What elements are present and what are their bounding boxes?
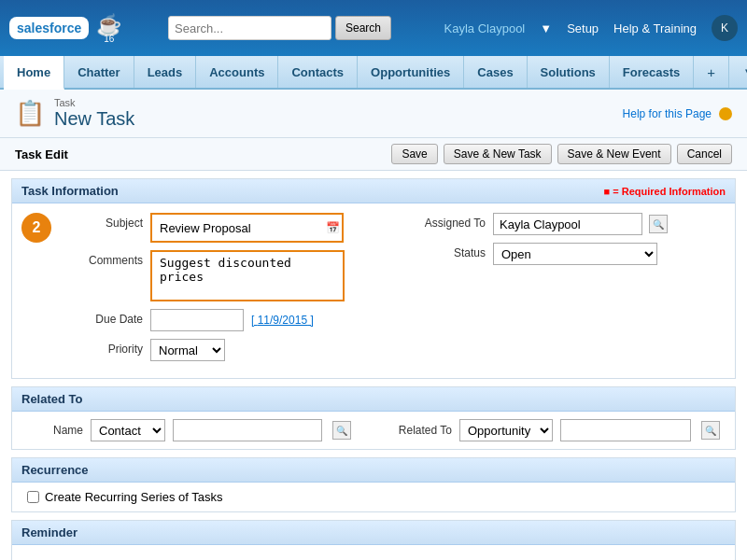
due-date-input[interactable]	[150, 309, 244, 331]
comments-row: Comments Suggest discounted prices	[66, 250, 383, 301]
nav-tab-leads[interactable]: Leads	[134, 56, 197, 88]
name-input[interactable]	[173, 419, 322, 441]
task-info-content: 2 Subject 📅 Comments	[12, 203, 735, 378]
comments-field-wrap: Suggest discounted prices	[150, 250, 345, 301]
related-type-select[interactable]: Opportunity Account Case	[459, 419, 553, 441]
reminder-content	[12, 545, 735, 560]
page-area: 📋 Task New Task Help for this Page Task …	[0, 90, 747, 560]
nav-tab-plus[interactable]: +	[694, 56, 729, 88]
right-column: Assigned To 🔍 Status Open In Progress	[409, 213, 726, 273]
search-button[interactable]: Search	[335, 16, 391, 40]
help-for-page-link[interactable]: Help for this Page	[623, 107, 712, 120]
step-badge: 2	[21, 213, 51, 243]
reminder-title: Reminder	[21, 525, 78, 539]
recurrence-content: Create Recurring Series of Tasks	[12, 483, 735, 511]
assigned-to-lookup-button[interactable]: 🔍	[649, 215, 668, 233]
reminder-header: Reminder	[12, 521, 735, 545]
left-column: Subject 📅 Comments Suggest discounted pr…	[66, 213, 402, 369]
required-note: ■ = Required Information	[604, 186, 726, 197]
subject-row: Subject 📅	[66, 213, 383, 243]
reminder-section: Reminder	[11, 520, 736, 560]
nav-bar: Home Chatter Leads Accounts Contacts Opp…	[0, 56, 747, 90]
recurrence-label: Create Recurring Series of Tasks	[45, 490, 223, 504]
related-lookup-button[interactable]: 🔍	[701, 421, 720, 440]
related-to-content: Name Contact Lead 🔍 Related To Opportuni…	[12, 412, 735, 449]
assigned-to-input[interactable]	[493, 213, 642, 235]
status-row: Status Open In Progress Completed Waitin…	[409, 243, 726, 265]
user-name[interactable]: Kayla Claypool	[444, 21, 526, 35]
task-info-inner: 2 Subject 📅 Comments	[21, 213, 726, 369]
assigned-to-wrap: 🔍	[493, 213, 668, 235]
priority-row: Priority Normal High Low	[66, 339, 383, 361]
badge-number: 16	[104, 34, 114, 44]
related-to-label: Related To	[396, 424, 452, 437]
nav-tab-chatter[interactable]: Chatter	[64, 56, 134, 88]
cancel-button[interactable]: Cancel	[677, 144, 732, 164]
nav-tab-arrow[interactable]: ▼	[729, 56, 747, 88]
task-information-section: Task Information ■ = Required Informatio…	[11, 178, 736, 379]
search-input[interactable]	[168, 16, 331, 40]
setup-link[interactable]: Setup	[567, 21, 599, 35]
task-edit-bar: Task Edit Save Save & New Task Save & Ne…	[0, 138, 747, 171]
priority-wrap: Normal High Low	[150, 339, 225, 361]
user-avatar[interactable]: K	[712, 15, 738, 41]
related-value-input[interactable]	[560, 419, 691, 441]
due-date-wrap: [ 11/9/2015 ]	[150, 309, 314, 331]
related-to-section: Related To Name Contact Lead 🔍 Related T…	[11, 386, 736, 450]
subject-field-wrap: 📅	[150, 213, 344, 243]
nav-tab-contacts[interactable]: Contacts	[278, 56, 358, 88]
nav-tab-accounts[interactable]: Accounts	[196, 56, 278, 88]
assigned-to-label: Assigned To	[409, 213, 493, 230]
task-information-header: Task Information ■ = Required Informatio…	[12, 179, 735, 203]
priority-label: Priority	[66, 339, 150, 356]
recurrence-title: Recurrence	[21, 463, 89, 477]
comments-input[interactable]: Suggest discounted prices	[154, 254, 341, 295]
recurrence-header: Recurrence	[12, 458, 735, 483]
nav-tab-forecasts[interactable]: Forecasts	[610, 56, 694, 88]
salesforce-logo: salesforce	[9, 17, 89, 39]
help-icon	[719, 107, 732, 120]
page-title-left: 📋 Task New Task	[15, 97, 134, 130]
breadcrumb: Task	[54, 97, 134, 108]
assigned-to-row: Assigned To 🔍	[409, 213, 726, 235]
status-label: Status	[409, 243, 493, 259]
save-new-event-button[interactable]: Save & New Event	[557, 144, 671, 164]
subject-input[interactable]	[154, 217, 322, 239]
name-label: Name	[27, 424, 83, 437]
date-picker-link[interactable]: [ 11/9/2015 ]	[251, 314, 314, 327]
page-title: New Task	[54, 108, 134, 130]
subject-lookup-icon[interactable]: 📅	[326, 221, 340, 234]
status-wrap: Open In Progress Completed Waiting on so…	[493, 243, 657, 265]
required-asterisk: ■	[604, 186, 611, 197]
name-type-select[interactable]: Contact Lead	[91, 419, 165, 441]
top-header: salesforce ☕ 16 Search Kayla Claypool ▼ …	[0, 0, 747, 56]
name-lookup-button[interactable]: 🔍	[332, 421, 351, 440]
related-to-header: Related To	[12, 387, 735, 412]
priority-select[interactable]: Normal High Low	[150, 339, 225, 361]
save-new-task-button[interactable]: Save & New Task	[444, 144, 552, 164]
nav-tab-solutions[interactable]: Solutions	[528, 56, 610, 88]
search-area: Search	[168, 16, 392, 40]
task-information-title: Task Information	[21, 184, 119, 198]
user-dropdown-icon[interactable]: ▼	[540, 21, 552, 35]
nav-tab-home[interactable]: Home	[4, 56, 64, 90]
help-link[interactable]: Help & Training	[613, 21, 697, 35]
task-page-icon: 📋	[15, 99, 45, 128]
due-date-label: Due Date	[66, 309, 150, 326]
header-right: Kayla Claypool ▼ Setup Help & Training K	[444, 15, 738, 41]
due-date-row: Due Date [ 11/9/2015 ]	[66, 309, 383, 331]
page-title-area: 📋 Task New Task Help for this Page	[0, 90, 747, 138]
comments-label: Comments	[66, 250, 150, 267]
nav-tab-opportunities[interactable]: Opportunities	[358, 56, 464, 88]
save-button[interactable]: Save	[391, 144, 437, 164]
related-to-title: Related To	[21, 392, 83, 406]
nav-tab-cases[interactable]: Cases	[464, 56, 527, 88]
status-select[interactable]: Open In Progress Completed Waiting on so…	[493, 243, 657, 265]
task-edit-title: Task Edit	[15, 147, 386, 161]
recurrence-checkbox[interactable]	[27, 491, 39, 503]
logo-text: salesforce	[17, 21, 81, 35]
subject-label: Subject	[66, 213, 150, 230]
recurrence-section: Recurrence Create Recurring Series of Ta…	[11, 457, 736, 512]
logo-area: salesforce ☕ 16	[9, 13, 159, 44]
